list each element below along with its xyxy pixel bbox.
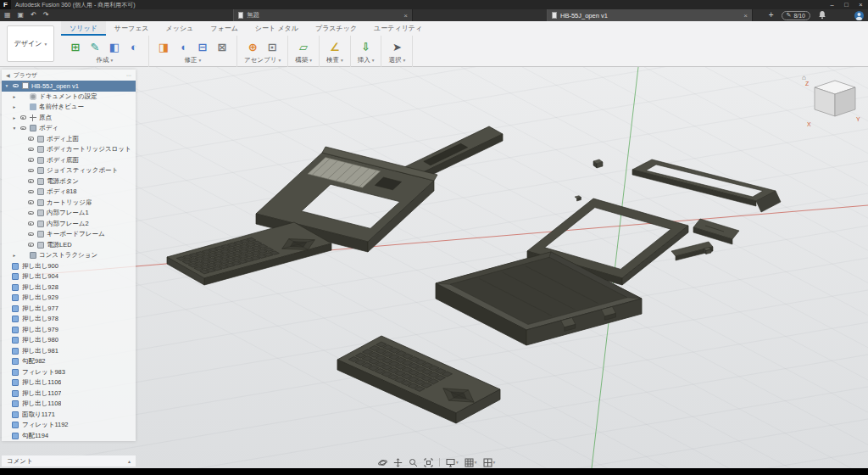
ribbon-group-label[interactable]: 選択▾ (388, 56, 405, 64)
app-grid-icon[interactable]: ▦ (4, 12, 11, 19)
ribbon-group-label[interactable]: 挿入▾ (358, 56, 375, 64)
grid-display-icon[interactable]: ▾ (465, 458, 477, 467)
visibility-eye-icon[interactable] (27, 220, 35, 227)
feature-row[interactable]: フィレット1192 (2, 420, 136, 431)
visibility-eye-icon[interactable] (27, 198, 35, 206)
select-icon[interactable]: ➤ (389, 39, 404, 54)
feature-row[interactable]: 押し出し1106 (2, 377, 136, 388)
feature-row[interactable]: 押し出し980 (2, 335, 136, 346)
revolve-icon[interactable]: ◐ (126, 39, 142, 54)
visibility-eye-icon[interactable] (19, 125, 27, 132)
browser-tree-row[interactable]: ▾ HB-55J_open v1 (2, 81, 136, 92)
browser-tree-row[interactable]: 内部フレーム2 (2, 219, 136, 230)
expand-arrow-icon[interactable]: ▸ (12, 104, 17, 109)
visibility-eye-icon[interactable] (19, 114, 27, 121)
visibility-eye-icon[interactable] (27, 210, 35, 217)
notifications-bell-icon[interactable] (818, 8, 826, 23)
document-tab[interactable]: HB-55J_open v1 × (547, 9, 753, 21)
press-pull-icon[interactable]: ◨ (156, 39, 171, 54)
display-settings-icon[interactable]: ▾ (446, 458, 459, 467)
zoom-icon[interactable] (409, 458, 418, 467)
feature-row[interactable]: 押し出し1108 (2, 399, 136, 410)
save-icon[interactable]: ▣ (18, 12, 25, 19)
fillet-icon[interactable]: ◖ (175, 39, 191, 54)
feature-row[interactable]: 押し出し979 (2, 325, 136, 336)
feature-row[interactable]: フィレット983 (2, 367, 136, 378)
feature-row[interactable]: 押し出し1107 (2, 388, 136, 400)
editable-documents-counter[interactable]: ✎ 8/10 (782, 11, 811, 20)
extrude-icon[interactable]: ◧ (107, 39, 122, 54)
feature-row[interactable]: 勾配982 (2, 356, 136, 367)
view-cube-faces[interactable] (815, 81, 855, 116)
joint-icon[interactable]: ⊕ (245, 39, 260, 54)
browser-tree-row[interactable]: ボディ818 (2, 187, 136, 198)
visibility-eye-icon[interactable] (12, 82, 19, 90)
new-component-icon[interactable]: ⊞ (68, 39, 83, 54)
browser-tree-row[interactable]: 内部フレーム1 (2, 208, 136, 219)
browser-tree-row[interactable]: ▸ 原点 (2, 113, 136, 124)
browser-tree-row[interactable]: ジョイスティックポート (2, 165, 136, 176)
browser-tree-row[interactable]: 電源ボタン (2, 176, 136, 187)
expand-arrow-icon[interactable]: ▸ (12, 253, 17, 258)
ribbon-tab[interactable]: サーフェス (106, 21, 158, 36)
panel-options-icon[interactable]: ⋯ (126, 72, 131, 78)
expand-arrow-icon[interactable]: ▾ (12, 126, 17, 131)
ribbon-tab[interactable]: プラスチック (307, 21, 365, 36)
feature-row[interactable]: 押し出し928 (2, 282, 136, 293)
browser-tree-row[interactable]: ボディ底面 (2, 155, 136, 166)
browser-tree-row[interactable]: カートリッジ扉 (2, 198, 136, 209)
collapse-panel-icon[interactable]: ◀ (6, 72, 10, 78)
ribbon-tab[interactable]: シート メタル (247, 21, 307, 36)
view-cube[interactable]: ⌂ Z X Y (801, 72, 865, 133)
orbit-icon[interactable] (378, 458, 387, 467)
feature-row[interactable]: 面取り1171 (2, 410, 136, 421)
feature-row[interactable]: 押し出し904 (2, 271, 136, 282)
pan-icon[interactable] (393, 458, 403, 467)
feature-row[interactable]: 押し出し929 (2, 293, 136, 304)
maximize-button[interactable]: □ (839, 0, 854, 9)
shell-icon[interactable]: ⊟ (195, 39, 210, 54)
feature-row[interactable]: 勾配1194 (2, 431, 136, 442)
workspace-selector[interactable]: デザイン ▾ (7, 25, 54, 62)
new-document-tab-button[interactable]: + (769, 11, 774, 20)
browser-tree-row[interactable]: ▸ 名前付きビュー (2, 102, 136, 113)
tab-close-icon[interactable]: × (403, 12, 408, 20)
browser-tree-row[interactable]: キーボードフレーム (2, 229, 136, 240)
redo-icon[interactable]: ↷ (43, 12, 49, 19)
ribbon-group-label[interactable]: 作成▾ (97, 56, 114, 64)
ribbon-group-label[interactable]: 検査▾ (326, 56, 343, 64)
user-avatar[interactable] (854, 11, 864, 20)
visibility-eye-icon[interactable] (27, 177, 35, 185)
visibility-eye-icon[interactable] (27, 241, 35, 249)
ribbon-group-label[interactable]: アセンブリ▾ (244, 56, 281, 64)
expand-arrow-icon[interactable]: ▸ (12, 94, 17, 99)
undo-icon[interactable]: ↶ (31, 12, 36, 19)
visibility-eye-icon[interactable] (27, 167, 35, 175)
insert-icon[interactable]: ⇩ (359, 39, 374, 54)
feature-row[interactable]: 押し出し978 (2, 314, 136, 325)
browser-tree-row[interactable]: ボディカートリッジスロット (2, 144, 136, 155)
fit-icon[interactable] (424, 458, 433, 467)
ribbon-tab[interactable]: ユーティリティ (365, 21, 431, 36)
visibility-eye-icon[interactable] (27, 231, 35, 238)
feature-row[interactable]: 押し出し900 (2, 261, 136, 272)
browser-tree-row[interactable]: ボディ上面 (2, 134, 136, 145)
combine-icon[interactable]: ⊠ (214, 39, 230, 54)
expand-comments-icon[interactable]: ▴ (128, 458, 131, 464)
tab-close-icon[interactable]: × (743, 12, 748, 20)
create-sketch-icon[interactable]: ✎ (87, 39, 103, 54)
visibility-eye-icon[interactable] (27, 156, 35, 164)
ribbon-group-label[interactable]: 修正▾ (185, 56, 202, 64)
browser-tree-row[interactable]: ▸ コンストラクション (2, 250, 136, 261)
minimize-button[interactable]: – (825, 0, 839, 9)
expand-arrow-icon[interactable]: ▸ (12, 115, 17, 120)
visibility-eye-icon[interactable] (27, 135, 35, 142)
close-button[interactable]: × (854, 0, 868, 9)
viewports-icon[interactable]: ▾ (483, 458, 496, 467)
feature-row[interactable]: 押し出し977 (2, 304, 136, 315)
as-built-joint-icon[interactable]: ⊡ (264, 39, 280, 54)
ribbon-tab[interactable]: メッシュ (158, 21, 203, 36)
comments-panel-bar[interactable]: コメント ▴ (2, 455, 136, 467)
ribbon-tab[interactable]: フォーム (202, 21, 247, 36)
browser-tree-row[interactable]: ▸ ドキュメントの設定 (2, 92, 136, 103)
